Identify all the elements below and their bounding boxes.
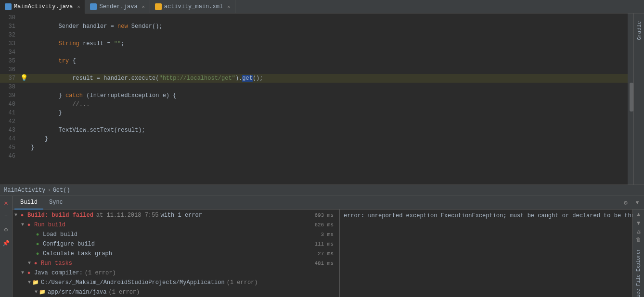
line-content-43: TextView.setText(result); <box>29 126 633 135</box>
tab-close-sender[interactable]: ✕ <box>142 4 145 10</box>
line-gutter-45 <box>19 143 29 152</box>
build-item-load-build[interactable]: ● Load build 3 ms <box>13 230 339 239</box>
line-gutter-37: 💡 <box>19 74 29 83</box>
code-line-37: 37💡 result = handler.execute("http://loc… <box>0 74 633 83</box>
nav-back-icon[interactable]: ✕ <box>1 198 11 208</box>
xml-file-icon <box>155 3 162 10</box>
bottom-body: ▼ ● Build: build failed at 11.11.2018 7:… <box>13 210 644 297</box>
tab-main-activity[interactable]: MainActivity.java ✕ <box>0 0 85 13</box>
line-content-35: try { <box>29 57 633 65</box>
line-number-40: 40 <box>0 100 19 109</box>
print-icon[interactable]: 🖨 <box>634 229 643 235</box>
expand-myapp-path[interactable]: ▼ <box>28 278 31 287</box>
device-file-explorer-tab[interactable]: Device File Explorer <box>635 247 642 297</box>
line-gutter-46 <box>19 152 29 161</box>
time-run-build: 626 ms <box>314 221 337 229</box>
code-line-44: 44 } <box>0 135 633 143</box>
code-editor[interactable]: 3031 Sender handler = new Sender();3233 … <box>0 13 644 185</box>
scroll-up-icon[interactable]: ▲ <box>634 211 643 218</box>
clear-icon[interactable]: 🗑 <box>634 236 643 243</box>
tab-sender[interactable]: Sender.java ✕ <box>85 0 150 13</box>
build-item-java-compiler[interactable]: ▼ ● Java compiler: (1 error) <box>13 268 339 278</box>
build-item-calculate-task[interactable]: ● Calculate task graph 27 ms <box>13 249 339 259</box>
line-gutter-32 <box>19 31 29 39</box>
tab-build[interactable]: Build <box>14 196 43 210</box>
badge-java-compiler: (1 error) <box>85 269 116 277</box>
line-content-37: result = handler.execute("http://localho… <box>29 74 633 83</box>
line-gutter-43 <box>19 126 29 135</box>
tab-activity-xml[interactable]: activity_main.xml ✕ <box>150 0 235 13</box>
code-line-41: 41 } <box>0 109 633 117</box>
code-line-35: 35 try { <box>0 57 633 65</box>
filter-icon[interactable]: ≡ <box>1 211 11 221</box>
badge-app-src: (1 error) <box>108 288 140 297</box>
tab-sync[interactable]: Sync <box>43 196 69 210</box>
lightbulb-icon[interactable]: 💡 <box>20 74 28 83</box>
code-line-39: 39 } catch (InterruptedException e) { <box>0 91 633 100</box>
label-load-build: Load build <box>43 230 77 239</box>
expand-app-src[interactable]: ▼ <box>35 288 38 297</box>
breadcrumb-method[interactable]: Get() <box>53 187 70 194</box>
line-number-45: 45 <box>0 143 19 152</box>
line-content-32 <box>29 31 633 39</box>
line-gutter-42 <box>19 117 29 126</box>
build-at-label: at 11.11.2018 7:55 <box>96 211 159 220</box>
settings-icon-left[interactable]: ⚙ <box>1 225 11 235</box>
time-configure-build: 111 ms <box>314 240 337 248</box>
scrollbar-thumb <box>630 83 633 111</box>
folder-icon-app-src: 📁 <box>39 288 46 296</box>
line-gutter-40 <box>19 100 29 109</box>
line-number-39: 39 <box>0 91 19 100</box>
line-gutter-38 <box>19 83 29 91</box>
build-item-run-build[interactable]: ▼ ● Run build 626 ms <box>13 220 339 230</box>
expand-build[interactable]: ▼ <box>14 211 17 220</box>
build-tree[interactable]: ▼ ● Build: build failed at 11.11.2018 7:… <box>13 210 340 297</box>
success-icon-calculate-task: ● <box>34 250 41 258</box>
close-build-icon[interactable]: ▼ <box>632 198 642 208</box>
line-gutter-33 <box>19 39 29 48</box>
time-load-build: 3 ms <box>321 230 337 239</box>
error-icon-run-build: ● <box>25 221 33 229</box>
expand-run-tasks[interactable]: ▼ <box>28 259 31 268</box>
code-line-40: 40 //... <box>0 100 633 109</box>
line-gutter-35 <box>19 57 29 65</box>
line-gutter-30 <box>19 13 29 22</box>
editor-area: 3031 Sender handler = new Sender();3233 … <box>0 13 644 185</box>
line-number-44: 44 <box>0 135 19 143</box>
line-content-39: } catch (InterruptedException e) { <box>29 91 633 100</box>
line-gutter-39 <box>19 91 29 100</box>
build-failed-label: Build: build failed <box>27 211 93 220</box>
build-header[interactable]: ▼ ● Build: build failed at 11.11.2018 7:… <box>13 210 339 220</box>
build-item-app-src[interactable]: ▼ 📁 app/src/main/java (1 error) <box>13 287 339 297</box>
line-number-31: 31 <box>0 22 19 31</box>
line-number-41: 41 <box>0 109 19 117</box>
build-item-configure-build[interactable]: ● Configure build 111 ms <box>13 239 339 249</box>
build-item-myapp-path[interactable]: ▼ 📁 C:/Users/_Maksim_/AndroidStudioProje… <box>13 278 339 287</box>
line-number-42: 42 <box>0 117 19 126</box>
editor-scrollbar[interactable] <box>628 13 633 185</box>
gradle-tab[interactable]: Gradle <box>635 17 644 44</box>
label-run-build: Run build <box>34 221 65 229</box>
label-app-src: app/src/main/java <box>48 288 106 297</box>
build-item-run-tasks[interactable]: ▼ ● Run tasks 481 ms <box>13 259 339 268</box>
code-line-30: 30 <box>0 13 633 22</box>
tab-close-activity-xml[interactable]: ✕ <box>227 4 230 10</box>
time-calculate-task: 27 ms <box>318 249 337 258</box>
expand-run-build[interactable]: ▼ <box>21 221 24 229</box>
build-with-label: with 1 error <box>160 211 202 220</box>
settings-build-icon[interactable]: ⚙ <box>621 198 631 208</box>
line-number-38: 38 <box>0 83 19 91</box>
line-content-38 <box>29 83 633 91</box>
pin-icon[interactable]: 📌 <box>1 238 11 248</box>
line-number-37: 37 <box>0 74 19 83</box>
code-line-43: 43 TextView.setText(result); <box>0 126 633 135</box>
breadcrumb-class[interactable]: MainActivity <box>4 187 45 194</box>
line-gutter-44 <box>19 135 29 143</box>
expand-java-compiler[interactable]: ▼ <box>21 269 24 277</box>
code-line-31: 31 Sender handler = new Sender(); <box>0 22 633 31</box>
label-calculate-task: Calculate task graph <box>43 249 112 258</box>
line-number-32: 32 <box>0 31 19 39</box>
line-content-31: Sender handler = new Sender(); <box>29 22 633 31</box>
scroll-down-icon[interactable]: ▼ <box>634 220 643 227</box>
tab-close-main-activity[interactable]: ✕ <box>77 4 80 10</box>
